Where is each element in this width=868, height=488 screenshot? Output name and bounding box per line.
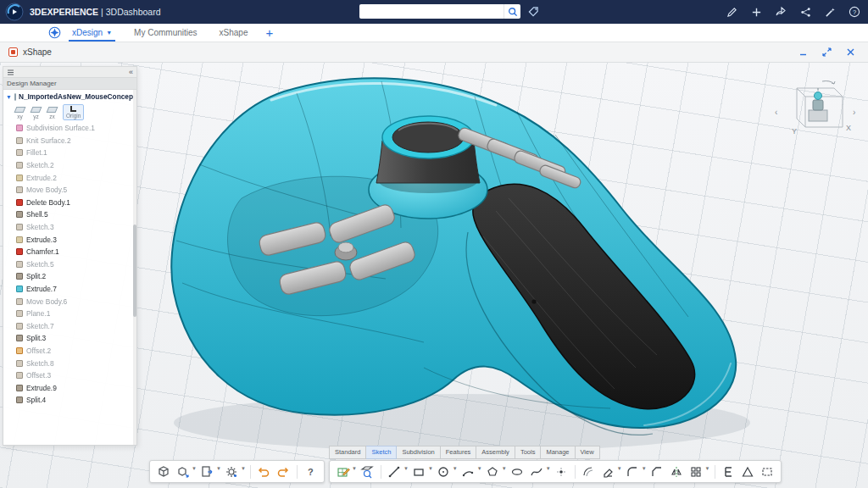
- arc-tool[interactable]: [459, 463, 477, 480]
- tree-root[interactable]: ▼ N_ImportedAsNew_MouseConcept2: [3, 90, 136, 103]
- settings-icon[interactable]: [223, 463, 241, 480]
- tree-item[interactable]: Extrude.9: [3, 381, 136, 394]
- close-icon[interactable]: [845, 47, 856, 58]
- viewcube-left-arrow[interactable]: ‹: [775, 108, 777, 117]
- dropdown-caret[interactable]: ▼: [216, 466, 221, 471]
- dropdown-caret[interactable]: ▼: [241, 466, 246, 471]
- plane-yz[interactable]: yz: [31, 107, 41, 119]
- tree-scrollbar[interactable]: [133, 90, 136, 445]
- dropdown-caret[interactable]: ▼: [352, 466, 357, 471]
- view-cube[interactable]: ‹ › Y X: [771, 76, 860, 141]
- orient-view-icon[interactable]: [174, 463, 192, 480]
- slot-tool[interactable]: [509, 463, 526, 480]
- tree-item[interactable]: Extrude.7: [3, 283, 136, 296]
- tree-item[interactable]: Chamfer.1: [3, 246, 136, 258]
- tree-item[interactable]: Split.2: [3, 270, 136, 283]
- tree-item[interactable]: Split.3: [3, 332, 136, 345]
- tree-item[interactable]: Split.4: [3, 394, 136, 407]
- tab-manage[interactable]: Manage: [541, 446, 575, 459]
- tab-assembly[interactable]: Assembly: [476, 446, 515, 459]
- scrollbar-thumb[interactable]: [133, 225, 136, 317]
- edit-icon[interactable]: [725, 5, 738, 19]
- help-icon[interactable]: ?: [848, 5, 861, 19]
- line-tool[interactable]: [386, 463, 403, 480]
- plane-xy[interactable]: xy: [15, 107, 25, 119]
- tree-item[interactable]: Delete Body.1: [3, 197, 136, 209]
- network-icon[interactable]: [798, 5, 812, 19]
- dropdown-caret[interactable]: ▼: [705, 466, 710, 471]
- tab-tools[interactable]: Tools: [515, 446, 542, 459]
- undo-icon[interactable]: [255, 463, 273, 480]
- dropdown-caret[interactable]: ▼: [502, 466, 507, 471]
- tree-item[interactable]: Offset.3: [3, 369, 136, 382]
- dropdown-caret[interactable]: ▼: [403, 466, 409, 471]
- search-input[interactable]: [359, 4, 504, 19]
- mirror-tool[interactable]: [668, 463, 686, 480]
- compass-icon[interactable]: [48, 26, 61, 39]
- view-normal-icon[interactable]: [359, 463, 376, 480]
- dropdown-caret[interactable]: ▼: [546, 466, 551, 471]
- view-cube-icon[interactable]: [154, 463, 172, 480]
- tree-item[interactable]: Sketch.2: [3, 159, 136, 172]
- rotate-arrow-icon[interactable]: [822, 81, 835, 84]
- dropdown-caret[interactable]: ▼: [642, 466, 647, 471]
- viewcube-right-arrow[interactable]: ›: [853, 108, 855, 117]
- tab-xshape[interactable]: xShape: [209, 24, 259, 42]
- caret-down-icon[interactable]: ▼: [6, 94, 12, 100]
- minimize-icon[interactable]: [798, 47, 809, 58]
- help-icon[interactable]: ?: [302, 463, 320, 480]
- polygon-tool[interactable]: [484, 463, 502, 480]
- tree-item[interactable]: Offset.2: [3, 345, 136, 358]
- tag-icon[interactable]: [528, 6, 539, 17]
- plane-zx[interactable]: zx: [47, 107, 57, 119]
- tab-subdivision[interactable]: Subdivision: [397, 446, 440, 459]
- layers-icon[interactable]: [7, 69, 14, 76]
- circle-tool[interactable]: [435, 463, 453, 480]
- dropdown-caret[interactable]: ▼: [428, 466, 433, 471]
- expand-icon[interactable]: [821, 47, 832, 58]
- viewport-3d[interactable]: « Design Manager ▼ N_ImportedAsNew_Mouse…: [0, 63, 868, 488]
- tree-item[interactable]: Sketch.7: [3, 320, 136, 333]
- tree-item[interactable]: Sketch.3: [3, 221, 136, 234]
- dropdown-caret[interactable]: ▼: [477, 466, 482, 471]
- tab-xdesign[interactable]: xDesign ▼: [61, 24, 123, 42]
- tree-item[interactable]: Shell.5: [3, 208, 136, 221]
- tree-item[interactable]: Subdivision Surface.1: [3, 122, 136, 135]
- share-icon[interactable]: [774, 5, 787, 19]
- tab-standard[interactable]: Standard: [329, 446, 366, 459]
- tree-item[interactable]: Extrude.3: [3, 233, 136, 246]
- assistant-icon[interactable]: [823, 5, 837, 19]
- tree-item[interactable]: Move Body.5: [3, 184, 136, 197]
- tab-my-communities[interactable]: My Communities: [123, 24, 208, 42]
- tab-view[interactable]: View: [576, 446, 600, 459]
- sketch-mode-icon[interactable]: [334, 463, 352, 480]
- pattern-tool[interactable]: [687, 463, 705, 480]
- tab-features[interactable]: Features: [441, 446, 477, 459]
- collapse-panel-icon[interactable]: «: [129, 69, 133, 76]
- point-tool[interactable]: [553, 463, 570, 480]
- search-icon[interactable]: [504, 4, 520, 19]
- add-icon[interactable]: [749, 5, 763, 19]
- tree-item[interactable]: Move Body.6: [3, 295, 136, 308]
- dropdown-caret[interactable]: ▼: [192, 466, 197, 471]
- convert-tool[interactable]: [759, 463, 776, 480]
- dassault-3ds-logo[interactable]: [5, 3, 24, 21]
- tree-item[interactable]: Sketch.8: [3, 357, 136, 369]
- trim-tool[interactable]: [599, 463, 617, 480]
- tree-item[interactable]: Fillet.1: [3, 147, 136, 159]
- rectangle-tool[interactable]: [410, 463, 428, 480]
- tab-sketch[interactable]: Sketch: [366, 446, 397, 459]
- export-icon[interactable]: [198, 463, 216, 480]
- spline-tool[interactable]: [528, 463, 546, 480]
- dropdown-caret[interactable]: ▼: [453, 466, 458, 471]
- add-tab-button[interactable]: +: [260, 25, 278, 40]
- tree-item[interactable]: Knit Surface.2: [3, 135, 136, 147]
- tree-item[interactable]: Plane.1: [3, 308, 136, 320]
- tree-item[interactable]: Sketch.5: [3, 258, 136, 271]
- offset-tool[interactable]: [580, 463, 598, 480]
- triangle-tool[interactable]: [739, 463, 757, 480]
- origin-item[interactable]: Origin: [64, 105, 83, 119]
- tree-item[interactable]: Extrude.2: [3, 171, 136, 184]
- constraint-tool[interactable]: [720, 463, 737, 480]
- redo-icon[interactable]: [275, 463, 292, 480]
